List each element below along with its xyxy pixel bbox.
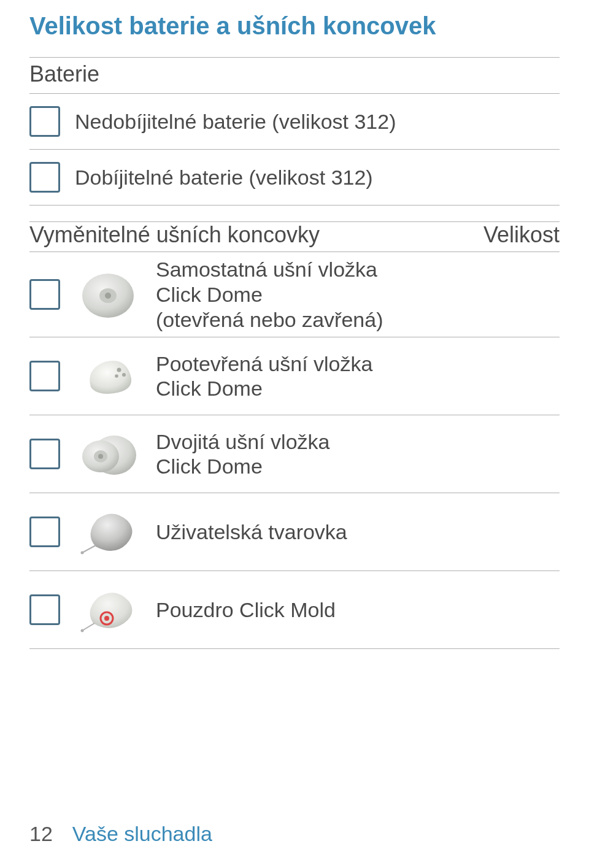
eartip-row: Pootevřená ušní vložkaClick Dome: [29, 337, 560, 415]
dome-single-icon: [75, 264, 141, 325]
page-number: 12: [29, 822, 53, 846]
click-mold-icon: [75, 579, 141, 640]
checkbox[interactable]: [29, 517, 60, 547]
battery-item-label: Dobíjitelné baterie (velikost 312): [75, 165, 560, 190]
eartips-size-heading: Velikost: [483, 222, 560, 248]
svg-point-13: [104, 616, 109, 621]
battery-row: Dobíjitelné baterie (velikost 312): [29, 150, 560, 205]
eartip-label: Pootevřená ušní vložkaClick Dome: [156, 351, 560, 402]
svg-line-14: [82, 623, 94, 631]
svg-point-2: [105, 293, 111, 299]
page-footer: 12 Vaše sluchadla: [29, 822, 212, 846]
svg-point-15: [81, 629, 84, 632]
svg-point-11: [81, 551, 84, 555]
eartip-label: Pouzdro Click Mold: [156, 597, 560, 623]
footer-section: Vaše sluchadla: [72, 822, 212, 846]
eartip-label: Samostatná ušní vložkaClick Dome(otevřen…: [156, 257, 560, 332]
svg-point-3: [117, 368, 121, 372]
custom-mold-icon: [75, 501, 141, 563]
eartip-row: Dvojitá ušní vložkaClick Dome: [29, 415, 560, 493]
checkbox[interactable]: [29, 361, 60, 391]
checkbox[interactable]: [29, 594, 60, 625]
checkbox[interactable]: [29, 439, 60, 469]
svg-point-9: [98, 454, 103, 459]
battery-row: Nedobíjitelné baterie (velikost 312): [29, 94, 560, 149]
eartip-row: Pouzdro Click Mold: [29, 571, 560, 648]
battery-heading: Baterie: [29, 61, 560, 87]
svg-line-10: [82, 545, 96, 553]
checkbox[interactable]: [29, 106, 60, 137]
eartip-label: Uživatelská tvarovka: [156, 520, 560, 545]
battery-item-label: Nedobíjitelné baterie (velikost 312): [75, 109, 560, 134]
checkbox[interactable]: [29, 162, 60, 193]
eartip-label: Dvojitá ušní vložkaClick Dome: [156, 429, 560, 480]
page-title: Velikost baterie a ušních koncovek: [29, 12, 560, 40]
dome-vented-icon: [75, 345, 141, 407]
eartip-row: Uživatelská tvarovka: [29, 493, 560, 570]
svg-point-5: [115, 375, 118, 378]
svg-point-4: [122, 373, 126, 377]
eartip-row: Samostatná ušní vložkaClick Dome(otevřen…: [29, 252, 560, 337]
checkbox[interactable]: [29, 279, 60, 310]
dome-double-icon: [75, 423, 141, 485]
eartips-heading: Vyměnitelné ušních koncovky: [29, 222, 320, 248]
